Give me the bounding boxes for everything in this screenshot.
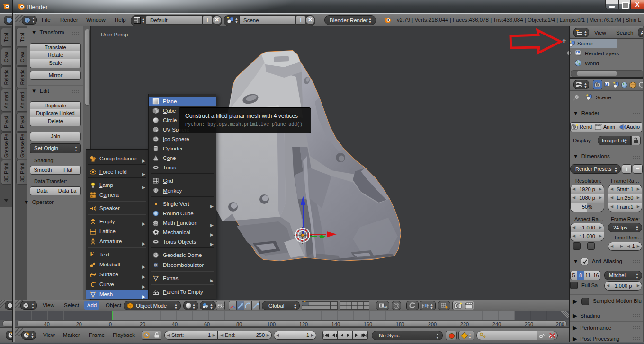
svg-text:ʍ: ʍ <box>384 304 387 309</box>
